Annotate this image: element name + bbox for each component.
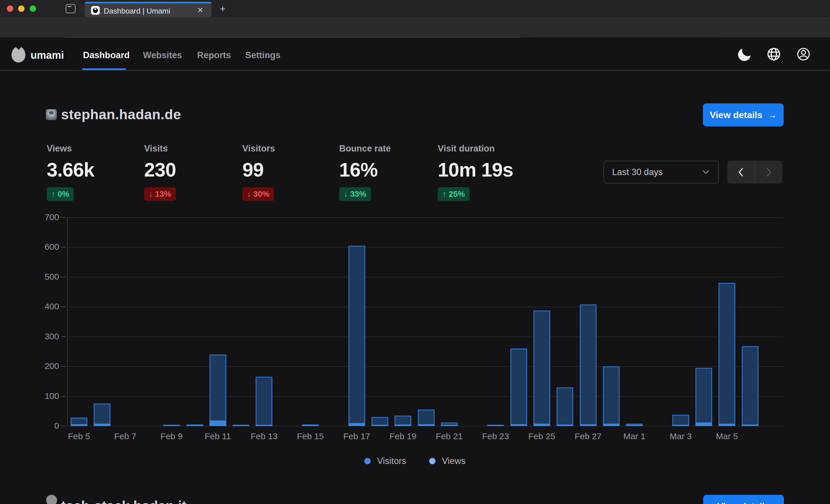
- x-axis-label: Mar 5: [716, 431, 738, 441]
- language-globe-icon[interactable]: [765, 46, 782, 63]
- macos-zoom-button[interactable]: [30, 5, 36, 12]
- visitors-bar: [441, 425, 458, 426]
- gridline: [67, 337, 783, 337]
- views-bar: [94, 403, 110, 426]
- x-axis-label: Feb 25: [528, 431, 555, 441]
- date-range-select[interactable]: Last 30 days: [604, 161, 719, 183]
- views-bar: [719, 283, 735, 426]
- metric-value: 230: [144, 158, 176, 181]
- views-bar: [71, 417, 87, 426]
- visitors-bar: [603, 424, 619, 426]
- visitors-bar: [232, 425, 249, 426]
- tab-close-icon[interactable]: ✕: [196, 6, 204, 14]
- views-bar: [418, 409, 435, 426]
- visitors-bar: [534, 424, 550, 426]
- legend-item-visitors[interactable]: Visitors: [364, 456, 406, 466]
- site-title[interactable]: stephan.hadan.de: [61, 107, 181, 123]
- x-axis-label: Feb 15: [297, 431, 324, 441]
- trend-down-icon: ↓: [247, 190, 251, 199]
- metric-change-badge: ↓ 33%: [339, 187, 371, 201]
- visitors-bar: [94, 424, 110, 426]
- x-axis-label: Feb 13: [251, 431, 278, 441]
- tab-title: Dashboard | Umami: [104, 7, 170, 15]
- view-details-button[interactable]: View details →: [703, 103, 784, 127]
- y-axis-label: 300: [25, 332, 59, 341]
- metric-views: Views 3.66k ↑ 0%: [47, 143, 94, 201]
- views-bar: [348, 246, 365, 426]
- brand-name[interactable]: umami: [31, 49, 64, 61]
- theme-moon-icon[interactable]: [737, 46, 754, 63]
- nav-item-reports[interactable]: Reports: [197, 50, 231, 61]
- profile-icon[interactable]: [795, 46, 812, 63]
- y-tick-mark: [61, 306, 66, 307]
- chevron-down-icon: [701, 169, 710, 175]
- visitors-bar: [556, 425, 573, 426]
- x-axis-label: Feb 27: [575, 431, 602, 441]
- y-tick-mark: [61, 277, 66, 277]
- visitors-bar: [487, 425, 504, 426]
- active-tab-stripe: [85, 2, 212, 3]
- views-bar: [487, 425, 504, 426]
- next-period-button[interactable]: [755, 161, 783, 183]
- arrow-right-icon: →: [767, 110, 777, 121]
- metric-change-badge: ↓ 30%: [243, 187, 274, 201]
- chevron-left-icon: [738, 167, 744, 177]
- macos-minimize-button[interactable]: [18, 5, 25, 12]
- y-axis-line: [67, 217, 68, 426]
- date-range-label: Last 30 days: [612, 167, 663, 177]
- views-bar: [210, 355, 226, 426]
- browser-toolbar: A Suchen: [0, 17, 830, 38]
- x-axis-label: Feb 19: [389, 431, 416, 441]
- chevron-right-icon: [766, 167, 772, 177]
- y-axis-label: 400: [25, 302, 59, 311]
- firefox-view-icon[interactable]: [66, 4, 75, 13]
- visitors-bar: [580, 424, 597, 426]
- second-view-details-button[interactable]: View details: [703, 495, 784, 504]
- gridline: [67, 217, 783, 218]
- y-tick-mark: [61, 217, 66, 218]
- macos-close-button[interactable]: [7, 5, 13, 12]
- visitors-bar: [626, 425, 643, 426]
- browser-tab[interactable]: Dashboard | Umami ✕: [85, 2, 212, 17]
- y-tick-mark: [61, 426, 66, 426]
- gridline: [67, 277, 783, 277]
- visitors-bar: [394, 425, 411, 426]
- umami-logo-icon[interactable]: [11, 46, 25, 63]
- views-bar: [580, 304, 597, 426]
- second-site-title-partial[interactable]: tech-stack.hadan.it: [61, 498, 187, 504]
- views-bar: [187, 425, 203, 426]
- metric-label: Views: [47, 143, 94, 154]
- date-pager: [727, 161, 783, 183]
- view-details-label: View details: [710, 110, 763, 121]
- prev-period-button[interactable]: [727, 161, 755, 183]
- metric-visits: Visits 230 ↓ 13%: [144, 143, 176, 201]
- chart-legend: Visitors Views: [0, 456, 830, 466]
- nav-item-settings[interactable]: Settings: [245, 50, 280, 61]
- gridline: [67, 247, 783, 247]
- x-axis-label: Feb 11: [204, 431, 231, 441]
- tab-separator: [82, 4, 82, 13]
- x-axis-label: Feb 9: [161, 431, 183, 441]
- visitors-bar: [348, 423, 365, 426]
- views-bar: [672, 415, 689, 426]
- traffic-bar-chart: 0100200300400500600700Feb 5Feb 7Feb 9Feb…: [0, 0, 830, 504]
- metric-label: Visits: [144, 143, 176, 154]
- new-tab-button[interactable]: +: [218, 4, 228, 14]
- metric-change-badge: ↓ 13%: [144, 187, 176, 201]
- views-bar: [603, 366, 619, 426]
- visitors-dot-icon: [364, 458, 371, 464]
- gridline: [67, 307, 783, 307]
- y-tick-mark: [61, 396, 66, 397]
- visitors-bar: [302, 425, 319, 426]
- views-bar: [256, 377, 272, 426]
- x-axis-label: Feb 7: [114, 431, 136, 441]
- views-bar: [742, 346, 759, 426]
- legend-item-views[interactable]: Views: [429, 456, 466, 466]
- views-bar: [302, 425, 319, 426]
- metric-value: 99: [243, 158, 275, 181]
- nav-item-websites[interactable]: Websites: [143, 50, 182, 61]
- trend-down-icon: ↓: [149, 190, 153, 199]
- views-bar: [510, 348, 527, 426]
- x-axis-label: Feb 21: [436, 431, 462, 441]
- nav-item-dashboard[interactable]: Dashboard: [83, 50, 130, 61]
